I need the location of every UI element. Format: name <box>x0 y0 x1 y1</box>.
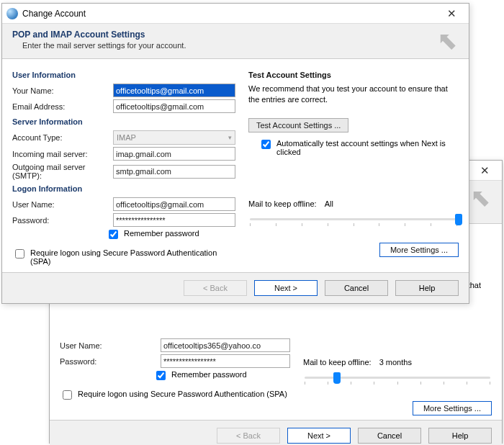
account-type-label: Account Type: <box>12 133 113 142</box>
slider-thumb[interactable] <box>455 214 462 225</box>
remember-password-label: Remember password <box>171 370 247 379</box>
pointer-decoration-icon: ⬉ <box>437 28 457 53</box>
help-button[interactable]: Help <box>395 280 459 296</box>
cancel-button[interactable]: Cancel <box>325 280 388 296</box>
auto-test-checkbox[interactable]: Automatically test account settings when… <box>258 139 459 156</box>
username-field[interactable] <box>113 197 235 211</box>
section-user-info: User Information <box>12 71 235 79</box>
dialog-body: User Information Your Name: Email Addres… <box>2 59 469 272</box>
close-icon[interactable]: ✕ <box>470 162 499 179</box>
back-button: < Back <box>184 280 247 296</box>
cancel-button[interactable]: Cancel <box>358 428 421 444</box>
account-type-value: IMAP <box>117 133 136 142</box>
dialog-footer: < Back Next > Cancel Help <box>50 420 502 445</box>
spa-box[interactable] <box>15 249 24 259</box>
more-settings-button[interactable]: More Settings ... <box>413 401 492 415</box>
change-account-dialog: Change Account ✕ POP and IMAP Account Se… <box>1 3 469 304</box>
remember-password-checkbox[interactable]: Remember password <box>153 370 290 382</box>
help-button[interactable]: Help <box>428 428 492 444</box>
back-button: < Back <box>217 428 280 444</box>
password-field[interactable] <box>113 213 235 227</box>
section-test-settings: Test Account Settings <box>248 71 459 79</box>
account-type-combo: IMAP ▾ <box>113 130 235 145</box>
app-icon <box>6 8 18 19</box>
titlebar: Change Account ✕ <box>2 4 469 24</box>
your-name-label: Your Name: <box>12 86 113 95</box>
more-settings-button[interactable]: More Settings ... <box>379 243 459 257</box>
email-field[interactable] <box>113 99 235 113</box>
dialog-footer: < Back Next > Cancel Help <box>2 272 469 303</box>
remember-password-box[interactable] <box>109 230 118 239</box>
offline-slider[interactable] <box>303 371 492 388</box>
dialog-body: User Name: Password: Remember password R… <box>50 333 502 420</box>
close-icon[interactable]: ✕ <box>437 5 466 22</box>
spa-checkbox[interactable]: Require logon using Secure Password Auth… <box>12 248 235 266</box>
pointer-decoration-icon: ⬉ <box>470 185 490 210</box>
section-server-info: Server Information <box>12 117 235 126</box>
spa-box[interactable] <box>63 390 72 400</box>
chevron-down-icon: ▾ <box>228 134 232 141</box>
offline-label: Mail to keep offline: <box>248 199 317 208</box>
auto-test-box[interactable] <box>261 140 271 149</box>
offline-value: All <box>325 199 333 208</box>
incoming-server-field[interactable] <box>113 147 235 161</box>
next-button[interactable]: Next > <box>287 428 351 444</box>
username-label: User Name: <box>12 200 113 209</box>
incoming-label: Incoming mail server: <box>12 150 113 158</box>
section-logon-info: Logon Information <box>12 184 235 193</box>
outgoing-server-field[interactable] <box>113 165 235 179</box>
your-name-field[interactable] <box>113 84 235 97</box>
remember-password-label: Remember password <box>124 229 199 238</box>
dialog-header: POP and IMAP Account Settings Enter the … <box>2 24 469 59</box>
header-title: POP and IMAP Account Settings <box>12 30 459 40</box>
auto-test-label: Automatically test account settings when… <box>276 139 459 156</box>
window-title: Change Account <box>22 9 437 19</box>
remember-password-checkbox[interactable]: Remember password <box>106 229 235 241</box>
password-label: Password: <box>60 357 161 366</box>
username-label: User Name: <box>60 341 161 350</box>
slider-thumb[interactable] <box>333 372 341 384</box>
spa-checkbox[interactable]: Require logon using Secure Password Auth… <box>60 390 290 402</box>
password-label: Password: <box>12 216 113 225</box>
offline-label: Mail to keep offline: <box>303 358 372 367</box>
offline-slider[interactable] <box>248 212 459 230</box>
email-label: Email Address: <box>12 102 113 111</box>
spa-label: Require logon using Secure Password Auth… <box>78 390 287 398</box>
outgoing-label: Outgoing mail server (SMTP): <box>12 163 113 180</box>
test-description: We recommend that you test your account … <box>248 84 459 105</box>
offline-value: 3 months <box>379 358 412 367</box>
spa-label: Require logon using Secure Password Auth… <box>30 248 235 266</box>
remember-password-box[interactable] <box>156 371 166 380</box>
test-account-settings-button[interactable]: Test Account Settings ... <box>248 118 348 132</box>
header-subtitle: Enter the mail server settings for your … <box>22 41 459 50</box>
next-button[interactable]: Next > <box>254 280 318 296</box>
username-field[interactable] <box>161 338 290 352</box>
password-field[interactable] <box>161 354 290 368</box>
